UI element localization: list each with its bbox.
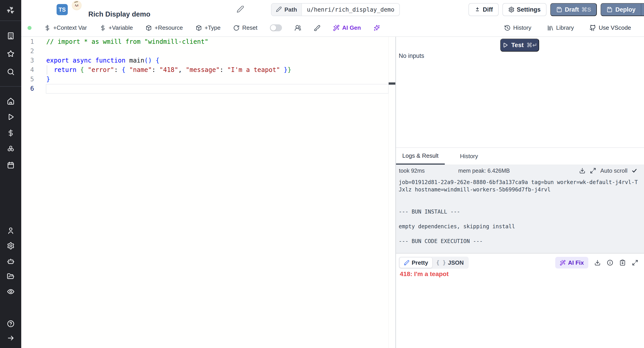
bun-runtime-icon <box>72 0 82 10</box>
deploy-dropdown[interactable] <box>641 3 644 16</box>
code-editor[interactable]: 123456 // import * as wmill from "windmi… <box>21 37 395 348</box>
sidebar-divider <box>0 86 21 87</box>
draft-label: Draft <box>565 6 579 13</box>
robot-icon[interactable] <box>7 258 14 265</box>
add-resource-button[interactable]: +Resource <box>145 24 183 31</box>
windmill-logo-icon[interactable] <box>5 5 16 16</box>
paintbrush-icon[interactable] <box>314 24 320 31</box>
info-icon[interactable] <box>607 259 613 266</box>
content: 123456 // import * as wmill from "windmi… <box>21 37 644 348</box>
reset-label: Reset <box>242 24 258 31</box>
add-variable-label: +Variable <box>109 24 133 31</box>
library-button[interactable]: Library <box>547 24 574 31</box>
library-label: Library <box>556 24 574 31</box>
test-label: Test <box>511 41 524 49</box>
json-toggle[interactable]: { } JSON <box>432 258 468 268</box>
draft-button[interactable]: Draft ⌘S <box>550 3 597 16</box>
diff-mode-toggle[interactable] <box>270 24 282 31</box>
play-icon <box>502 42 508 48</box>
gear-icon <box>508 6 514 13</box>
users-icon[interactable] <box>294 24 301 31</box>
home-icon[interactable] <box>7 97 14 105</box>
result-tabs: Logs & Result History <box>396 148 644 165</box>
deploy-label: Deploy <box>616 6 636 13</box>
path-button[interactable]: Path u/henri/rich_display_demo <box>271 3 400 16</box>
gear-icon[interactable] <box>7 242 14 250</box>
braces-icon: { } <box>436 260 446 266</box>
line-number[interactable]: 5 <box>21 75 46 84</box>
took-text: took 92ms <box>399 168 425 174</box>
pencil-icon <box>276 7 282 12</box>
eye-icon[interactable] <box>7 288 14 296</box>
log-output: job=01912d81-22a9-262e-8880-6bf3a137ca9a… <box>399 179 639 245</box>
check-icon[interactable] <box>632 168 637 174</box>
test-button[interactable]: Test ⌘↵ <box>500 39 539 52</box>
line-number[interactable]: 3 <box>21 56 46 65</box>
line-number[interactable]: 6 <box>21 84 46 93</box>
expand-icon[interactable] <box>590 167 596 174</box>
line-number[interactable]: 2 <box>21 46 46 56</box>
sidebar-divider <box>0 20 21 21</box>
overview-ruler[interactable] <box>388 37 395 348</box>
history-button[interactable]: History <box>504 24 531 31</box>
save-icon <box>606 6 613 13</box>
boxes-icon[interactable] <box>7 145 14 153</box>
reset-button[interactable]: Reset <box>233 24 258 31</box>
use-vscode-button[interactable]: Use VScode <box>590 24 631 31</box>
deploy-button[interactable]: Deploy <box>600 3 644 16</box>
add-type-button[interactable]: +Type <box>196 24 221 31</box>
diff-label: Diff <box>483 6 493 13</box>
path-label: Path <box>284 6 297 13</box>
code-line[interactable]: export async function main() { <box>46 56 160 65</box>
line-number[interactable]: 4 <box>21 65 46 75</box>
result-view-switch: Pretty { } JSON <box>399 257 469 269</box>
pretty-label: Pretty <box>412 259 428 266</box>
path-value: u/henri/rich_display_demo <box>302 3 399 16</box>
pretty-toggle[interactable]: Pretty <box>400 258 432 268</box>
run-stats-bar: took 92ms mem peak: 6.426MB <box>396 165 644 176</box>
result-section: Pretty { } JSON <box>396 254 644 348</box>
line-number[interactable]: 1 <box>21 37 46 46</box>
ai-fix-button[interactable]: AI Fix <box>555 257 588 268</box>
wand-sparkles-icon <box>560 260 566 266</box>
add-variable-button[interactable]: +Variable <box>100 24 133 31</box>
tab-history[interactable]: History <box>454 148 484 165</box>
user-icon[interactable] <box>7 227 14 234</box>
typescript-badge: TS <box>56 4 68 15</box>
pen-nib-icon <box>404 260 410 266</box>
star-icon[interactable] <box>7 50 14 58</box>
stats-actions: Auto scroll <box>579 167 637 174</box>
path-label-segment: Path <box>272 3 302 16</box>
ai-gen-button[interactable]: AI Gen <box>333 24 361 31</box>
autoscroll-label: Auto scroll <box>600 167 628 174</box>
package-icon <box>196 24 202 31</box>
expand-icon[interactable] <box>632 259 638 266</box>
help-circle-icon[interactable] <box>7 320 14 328</box>
code-line[interactable]: // import * as wmill from "windmill-clie… <box>46 37 208 46</box>
diff-button[interactable]: Diff <box>468 3 499 16</box>
arrow-right-icon[interactable] <box>7 334 14 342</box>
clipboard-icon[interactable] <box>619 259 626 266</box>
sparkles-icon[interactable] <box>374 24 380 31</box>
search-icon[interactable] <box>7 68 14 76</box>
code-line[interactable]: return { "error": { "name": "418", "mess… <box>46 65 291 75</box>
folder-open-icon[interactable] <box>7 273 14 281</box>
download-icon[interactable] <box>594 259 601 266</box>
calendar-icon[interactable] <box>7 161 14 169</box>
add-context-var-button[interactable]: +Context Var <box>44 24 87 31</box>
add-resource-label: +Resource <box>154 24 183 31</box>
wand-sparkles-icon <box>333 24 340 31</box>
run-panel: Test ⌘↵ No inputs Logs & Result History … <box>395 37 644 348</box>
play-icon[interactable] <box>7 113 14 121</box>
deploy-main[interactable]: Deploy <box>601 3 641 16</box>
ai-fix-label: AI Fix <box>568 259 584 266</box>
dollar-icon[interactable] <box>7 129 14 137</box>
code-line[interactable]: } <box>46 75 50 84</box>
edit-title-pencil-icon[interactable] <box>236 6 244 13</box>
settings-button[interactable]: Settings <box>502 3 546 16</box>
draft-shortcut: ⌘S <box>582 6 591 13</box>
tab-logs-result[interactable]: Logs & Result <box>396 148 445 165</box>
building-icon[interactable] <box>7 32 14 40</box>
download-icon[interactable] <box>579 167 586 174</box>
toolbar-left: +Context Var +Variable +Resource <box>21 24 380 31</box>
